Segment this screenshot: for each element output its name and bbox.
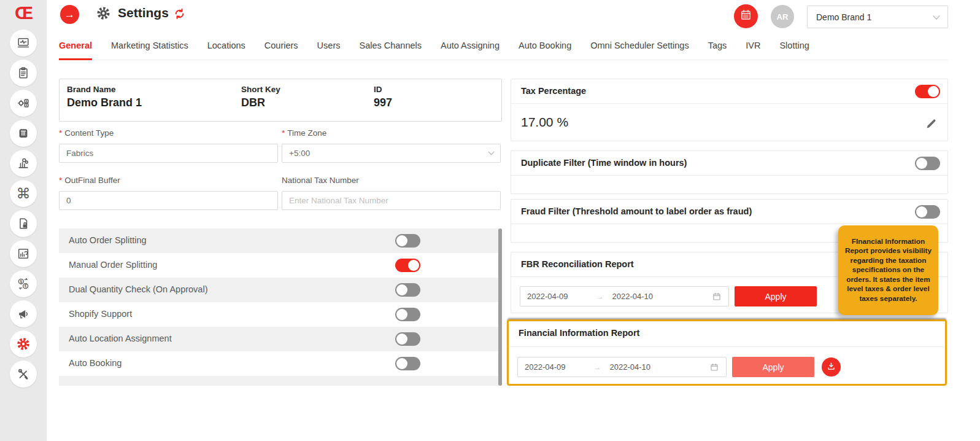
toggle-knob [396,358,407,369]
sidebar-item-secure-document[interactable] [10,210,37,237]
manual-order-splitting-toggle[interactable] [395,259,420,272]
calendar-icon [709,362,719,372]
toggle-label: Dual Quantity Check (On Approval) [69,284,207,294]
toggle-knob [928,86,939,97]
fbr-start-date[interactable]: 2022-04-09 [527,292,568,301]
chevron-down-icon [933,12,939,19]
sidebar-item-marketing-megaphone[interactable] [10,300,37,327]
fbr-end-date[interactable]: 2022-04-10 [612,292,654,301]
financial-start-date[interactable]: 2022-04-09 [525,362,566,372]
brand-info-card: Brand Name Demo Brand 1 Short Key DBR ID… [59,79,502,122]
toggle-label: Shopify Support [69,309,132,319]
toggle-label: Auto Location Assignment [69,334,172,343]
fraud-filter-toggle[interactable] [915,205,940,219]
calendar-icon [739,9,752,24]
brand-selector[interactable]: Demo Brand 1 [807,6,948,28]
short-key-value: DBR [241,96,265,109]
tooltip-text: FInancial Information Report provides vi… [838,233,938,308]
tax-percentage-card: Tax Percentage 17.00 % [511,79,948,141]
feature-toggle-list: Auto Order Splitting Manual Order Splitt… [59,228,502,386]
calendar-icon [712,292,722,302]
toggle-knob [396,334,407,345]
toggle-knob [916,206,927,217]
edit-pencil-icon[interactable] [925,117,938,133]
page-title: Settings [118,6,169,20]
auto-booking-toggle[interactable] [395,357,420,370]
fbr-date-range-picker[interactable]: 2022-04-09 → 2022-04-10 [520,286,729,306]
app-logo[interactable]: Œ [0,2,47,23]
time-zone-select[interactable]: +5:00 [282,144,501,163]
tab-users[interactable]: Users [317,34,341,60]
brand-selector-value: Demo Brand 1 [816,12,871,22]
time-zone-label: *Time Zone [282,128,326,138]
currency-exchange-icon: $€ [17,277,30,291]
national-tax-number-input[interactable] [282,191,501,210]
toggle-row-partial [59,376,502,386]
tab-ivr[interactable]: IVR [746,34,760,60]
financial-end-date[interactable]: 2022-04-10 [610,362,651,372]
toggle-knob [396,309,407,320]
main-area: → Settings AR Demo Brand 1 General Marke… [47,0,980,441]
sidebar-item-fulfillment-settings[interactable] [10,90,37,117]
sales-report-icon [17,247,30,260]
sidebar-item-order-checklist[interactable] [10,60,37,87]
content-type-input[interactable] [59,144,278,163]
dual-quantity-check-toggle[interactable] [395,283,420,297]
shopify-support-toggle[interactable] [395,308,420,321]
sidebar-item-tools[interactable] [10,361,37,388]
toggle-label: Auto Order Splitting [69,235,147,245]
sidebar-item-currency-exchange[interactable]: $€ [10,270,37,297]
toggle-row-shopify-support: Shopify Support [59,302,502,327]
sidebar-expand-button[interactable]: → [60,5,79,24]
tab-auto-booking[interactable]: Auto Booking [519,34,571,60]
svg-text:$: $ [20,279,23,284]
tab-locations[interactable]: Locations [207,34,245,60]
outfinal-buffer-input[interactable] [59,191,278,210]
sidebar: Œ ⌘ [0,0,47,441]
avatar[interactable]: AR [771,5,794,28]
calendar-button[interactable] [734,4,758,28]
outfinal-buffer-label: *OutFinal Buffer [59,176,120,185]
tab-slotting[interactable]: Slotting [779,34,809,60]
refresh-icon[interactable] [173,7,186,23]
tab-sales-channels[interactable]: Sales Channels [359,34,422,60]
tab-auto-assigning[interactable]: Auto Assigning [441,34,500,60]
toggle-row-auto-order-splitting: Auto Order Splitting [59,228,502,253]
auto-order-splitting-toggle[interactable] [395,234,420,248]
toggle-knob [408,260,419,271]
tax-percentage-toggle[interactable] [915,85,940,98]
financial-date-range-picker[interactable]: 2022-04-09 → 2022-04-10 [517,357,727,377]
financial-download-button[interactable] [822,357,841,377]
tab-tags[interactable]: Tags [708,34,727,60]
short-key-label: Short Key [241,85,280,94]
financial-apply-button[interactable]: Apply [732,357,814,377]
tax-percentage-label: Tax Percentage [521,86,586,96]
production-analytics-icon [17,157,30,170]
required-asterisk: * [59,128,62,138]
toggle-list-scrollbar[interactable] [498,228,502,386]
financial-header: Financial Information Report [509,321,945,347]
sidebar-item-settings[interactable] [10,330,37,357]
fulfillment-settings-icon [17,96,30,110]
tab-omni-scheduler-settings[interactable]: Omni Scheduler Settings [590,34,689,60]
monitor-activity-icon [17,36,30,50]
fbr-apply-button[interactable]: Apply [735,286,817,306]
megaphone-icon [17,307,30,321]
brand-id-label: ID [374,85,382,94]
duplicate-filter-toggle[interactable] [915,157,940,170]
brand-name-label: Brand Name [67,85,116,94]
tab-marketing-statistics[interactable]: Marketing Statistics [111,34,188,60]
sidebar-item-production-analytics[interactable] [10,150,37,177]
fraud-filter-label: Fraud Filter (Threshold amount to label … [521,206,752,216]
sidebar-item-command[interactable]: ⌘ [10,180,37,207]
financial-information-card-highlighted: Financial Information Report 2022-04-09 … [507,319,947,386]
chevron-down-icon [488,149,495,155]
sidebar-item-sales-report[interactable] [10,240,37,267]
auto-location-assignment-toggle[interactable] [395,332,420,346]
sidebar-item-monitor-activity[interactable] [10,29,37,57]
tab-couriers[interactable]: Couriers [264,34,298,60]
sidebar-item-trash[interactable] [10,120,37,147]
tab-general[interactable]: General [59,34,92,60]
settings-tabs: General Marketing Statistics Locations C… [59,34,948,60]
required-asterisk: * [59,176,62,185]
